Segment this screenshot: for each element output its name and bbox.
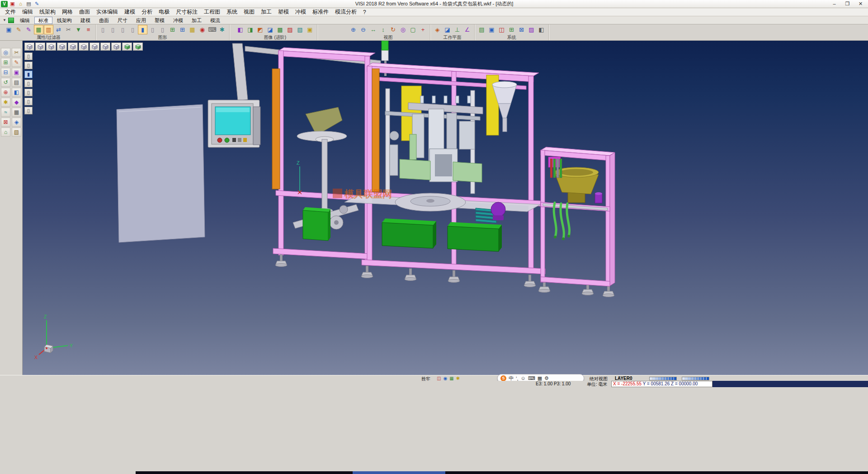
menu-item[interactable]: 塑模 (275, 8, 292, 16)
menu-item[interactable]: 加工 (258, 8, 275, 16)
view-cube-button[interactable] (35, 43, 45, 51)
toolbar-icon[interactable]: ▨ (527, 25, 536, 34)
minimize-button[interactable]: – (828, 0, 841, 8)
toolbar-icon[interactable]: ⌨ (208, 25, 217, 34)
section-tool-button[interactable]: ▯ (24, 52, 33, 60)
view-cube-button[interactable] (46, 43, 56, 51)
ribbon-tab[interactable]: 标准 (34, 17, 52, 24)
viewport-3d[interactable]: 模具联盟网 Z Z Y X (23, 41, 868, 375)
sidebar-tool-icon[interactable]: ▤ (12, 78, 21, 87)
menu-item[interactable]: 分析 (138, 8, 156, 16)
menu-item[interactable]: 冲模 (292, 8, 309, 16)
sidebar-tool-icon[interactable]: ▦ (12, 108, 21, 117)
toolbar-icon[interactable]: ▯ (98, 25, 108, 34)
toolbar-icon[interactable]: ▣ (487, 25, 496, 34)
section-tool-button[interactable]: ▮ (24, 71, 33, 78)
menu-item[interactable]: 线架构 (36, 8, 59, 16)
quick-access-icon[interactable]: ▣ (9, 0, 16, 7)
toolbar-icon[interactable]: ▯ (108, 25, 118, 34)
toolbar-icon[interactable]: ⊞ (178, 25, 187, 34)
toolbar-icon[interactable]: ▯ (128, 25, 137, 34)
view-cube-button[interactable] (122, 43, 132, 51)
ribbon-tab[interactable]: 冲模 (169, 17, 187, 24)
view-cube-button[interactable] (79, 43, 89, 51)
sidebar-tool-icon[interactable]: ⊕ (1, 88, 10, 97)
view-cube-button[interactable] (133, 43, 143, 51)
maximize-button[interactable]: ❐ (841, 0, 854, 8)
quick-access-icon[interactable]: ✎ (33, 0, 41, 7)
menu-item[interactable]: 网格 (59, 8, 76, 16)
ribbon-tab[interactable]: 线架构 (53, 17, 76, 24)
section-tool-button[interactable]: ▯ (24, 107, 33, 114)
toolbar-icon[interactable]: ◪ (443, 25, 452, 34)
toolbar-icon[interactable]: ▦ (188, 25, 197, 34)
toolbar-icon[interactable]: ◉ (198, 25, 207, 34)
ribbon-tab[interactable]: 模流 (206, 17, 224, 24)
toolbar-icon[interactable]: ▧ (295, 25, 305, 34)
sidebar-tool-icon[interactable]: ≈ (1, 108, 10, 117)
status-icon[interactable]: ◉ (442, 376, 448, 381)
toolbar-icon[interactable]: ⇄ (54, 25, 63, 34)
close-button[interactable]: ✕ (854, 0, 867, 8)
ribbon-tab[interactable]: 塑模 (151, 17, 169, 24)
toolbar-icon[interactable]: ◎ (398, 25, 408, 34)
toolbar-icon[interactable]: ✎ (24, 25, 33, 34)
toolbar-icon[interactable]: ↕ (378, 25, 388, 34)
view-cube-button[interactable] (90, 43, 99, 51)
menu-item[interactable]: ? (360, 9, 369, 16)
toolbar-icon[interactable]: ▣ (305, 25, 315, 34)
view-cube-button[interactable] (111, 43, 121, 51)
sidebar-tool-icon[interactable]: ⊞ (1, 58, 10, 67)
view-cube-button[interactable] (100, 43, 110, 51)
ribbon-tab[interactable]: 编辑 (16, 17, 34, 24)
toolbar-icon[interactable]: ▥ (44, 25, 53, 34)
toolbar-icon[interactable]: ◧ (537, 25, 546, 34)
menu-item[interactable]: 模流分析 (332, 8, 360, 16)
quick-access-icon[interactable]: ⌂ (17, 0, 24, 7)
sidebar-tool-icon[interactable]: ✱ (1, 98, 10, 107)
tab-overflow-button[interactable]: ▼ (1, 18, 8, 22)
toolbar-icon[interactable]: ▯ (158, 25, 167, 34)
toolbar-icon[interactable]: ↻ (388, 25, 398, 34)
quick-access-icon[interactable]: ▤ (25, 0, 33, 7)
ribbon-tab[interactable]: 尺寸 (113, 17, 132, 24)
sidebar-tool-icon[interactable]: ✂ (12, 48, 21, 57)
toolbar-icon[interactable]: ◪ (265, 25, 275, 34)
status-icon[interactable]: ✱ (455, 376, 461, 381)
view-cube-button[interactable] (24, 43, 34, 51)
toolbar-icon[interactable]: ↔ (368, 25, 378, 34)
menu-item[interactable]: 视图 (241, 8, 258, 16)
section-tool-button[interactable]: ▯ (24, 62, 33, 69)
toolbar-icon[interactable]: ✎ (14, 25, 24, 34)
toolbar-icon[interactable]: ▩ (275, 25, 285, 34)
toolbar-icon[interactable]: ▣ (4, 25, 14, 34)
toolbar-icon[interactable]: ⊖ (359, 25, 368, 34)
toolbar-icon[interactable]: ▯ (148, 25, 157, 34)
sidebar-tool-icon[interactable]: ⊠ (1, 118, 10, 127)
section-tool-button[interactable]: ▯ (24, 98, 33, 105)
sidebar-tool-icon[interactable]: ◆ (12, 98, 21, 107)
menu-item[interactable]: 编辑 (19, 8, 36, 16)
status-icon[interactable]: ◫ (436, 376, 442, 381)
toolbar-icon[interactable]: ◨ (245, 25, 255, 34)
toolbar-icon[interactable]: ▨ (285, 25, 295, 34)
menu-item[interactable]: 曲面 (76, 8, 93, 16)
ribbon-tab[interactable]: 加工 (188, 17, 206, 24)
toolbar-icon[interactable]: ◩ (255, 25, 265, 34)
menu-item[interactable]: 工程图 (201, 8, 223, 16)
toolbar-icon[interactable]: ▦ (34, 25, 43, 34)
toolbar-icon[interactable]: ⊞ (507, 25, 516, 34)
view-cube-button[interactable] (68, 43, 78, 51)
sidebar-tool-icon[interactable]: ⌂ (1, 128, 10, 137)
sidebar-tool-icon[interactable]: ▣ (12, 68, 21, 77)
section-tool-button[interactable]: ▯ (24, 89, 33, 96)
toolbar-icon[interactable]: ⊞ (168, 25, 177, 34)
toolbar-icon[interactable]: ◫ (497, 25, 506, 34)
sidebar-tool-icon[interactable]: ▧ (12, 128, 21, 137)
menu-item[interactable]: 建模 (121, 8, 138, 16)
menu-item[interactable]: 实体编辑 (93, 8, 121, 16)
sidebar-tool-icon[interactable]: ◎ (1, 48, 10, 57)
toolbar-icon[interactable]: ∠ (462, 25, 472, 34)
sidebar-tool-icon[interactable]: ◈ (12, 118, 21, 127)
ribbon-tab[interactable]: 建模 (76, 17, 94, 24)
